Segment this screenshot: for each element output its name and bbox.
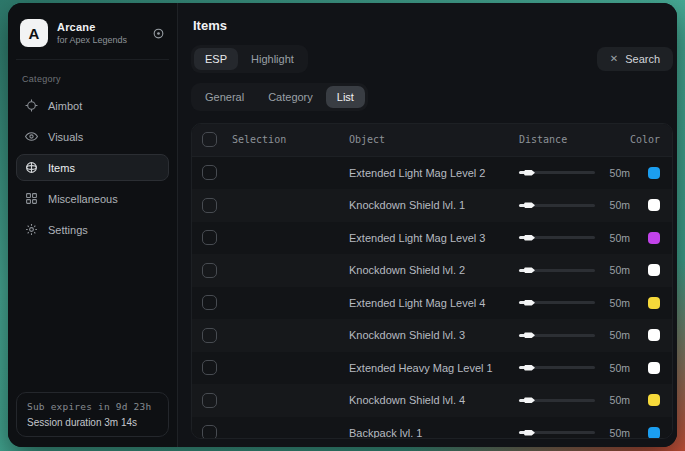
distance-value: 50m — [610, 427, 630, 439]
grid-icon — [25, 192, 38, 205]
tab-esp[interactable]: ESP — [194, 48, 238, 70]
sidebar-item-settings[interactable]: Settings — [16, 216, 169, 243]
column-object: Object — [349, 134, 519, 145]
distance-value: 50m — [610, 329, 630, 341]
sidebar-header: A Arcane for Apex Legends — [16, 13, 169, 60]
row-checkbox[interactable] — [202, 328, 217, 343]
color-swatch[interactable] — [648, 394, 660, 406]
sidebar-item-aimbot[interactable]: Aimbot — [16, 92, 169, 119]
main-panel: Items ESP Highlight ✕ Search General Cat… — [178, 3, 677, 447]
column-distance: Distance — [519, 134, 630, 145]
slider-thumb[interactable] — [524, 364, 535, 372]
slider-thumb[interactable] — [524, 201, 535, 209]
color-swatch[interactable] — [648, 427, 660, 439]
object-label: Backpack lvl. 1 — [349, 427, 519, 439]
column-selection: Selection — [222, 134, 349, 145]
table-row: Knockdown Shield lvl. 1 50m — [192, 189, 672, 222]
row-checkbox[interactable] — [202, 425, 217, 439]
search-button-label: Search — [625, 53, 660, 65]
row-checkbox[interactable] — [202, 198, 217, 213]
target-badge-icon[interactable] — [152, 27, 165, 40]
row-checkbox[interactable] — [202, 360, 217, 375]
distance-slider[interactable] — [519, 204, 595, 207]
row-checkbox[interactable] — [202, 295, 217, 310]
crosshair-icon — [25, 99, 38, 112]
distance-slider[interactable] — [519, 399, 595, 402]
distance-value: 50m — [610, 264, 630, 276]
distance-slider[interactable] — [519, 171, 595, 174]
row-checkbox[interactable] — [202, 165, 217, 180]
distance-value: 50m — [610, 199, 630, 211]
slider-thumb[interactable] — [524, 299, 535, 307]
sidebar-item-visuals[interactable]: Visuals — [16, 123, 169, 150]
sidebar: A Arcane for Apex Legends Category Aimbo… — [8, 3, 178, 447]
sidebar-nav: Aimbot Visuals Items — [16, 92, 169, 243]
app-subtitle: for Apex Legends — [57, 35, 143, 45]
slider-thumb[interactable] — [524, 234, 535, 242]
app-title: Arcane — [57, 21, 143, 33]
object-label: Extended Heavy Mag Level 1 — [349, 362, 519, 374]
sidebar-item-label: Items — [48, 162, 75, 174]
slider-thumb[interactable] — [524, 429, 535, 437]
slider-thumb[interactable] — [524, 169, 535, 177]
sidebar-item-items[interactable]: Items — [16, 154, 169, 181]
session-duration-text: Session duration 3m 14s — [27, 417, 158, 428]
sidebar-item-label: Visuals — [48, 131, 83, 143]
table-row: Extended Light Mag Level 3 50m — [192, 222, 672, 255]
distance-slider[interactable] — [519, 236, 595, 239]
distance-slider[interactable] — [519, 334, 595, 337]
table-row: Extended Heavy Mag Level 1 50m — [192, 352, 672, 385]
slider-thumb[interactable] — [524, 396, 535, 404]
globe-icon — [25, 161, 38, 174]
search-button[interactable]: ✕ Search — [597, 47, 673, 71]
distance-value: 50m — [610, 232, 630, 244]
color-swatch[interactable] — [648, 232, 660, 244]
x-icon: ✕ — [610, 54, 618, 64]
table-header: Selection Object Distance Color — [192, 124, 672, 157]
distance-value: 50m — [610, 297, 630, 309]
select-all-checkbox[interactable] — [202, 132, 217, 147]
subscription-status-box: Sub expires in 9d 23h Session duration 3… — [16, 392, 169, 437]
sidebar-item-miscellaneous[interactable]: Miscellaneous — [16, 185, 169, 212]
object-label: Knockdown Shield lvl. 3 — [349, 329, 519, 341]
tab-list[interactable]: List — [326, 86, 365, 108]
sidebar-item-label: Settings — [48, 224, 88, 236]
distance-slider[interactable] — [519, 301, 595, 304]
category-label: Category — [22, 74, 163, 84]
row-checkbox[interactable] — [202, 230, 217, 245]
color-swatch[interactable] — [648, 297, 660, 309]
distance-value: 50m — [610, 362, 630, 374]
slider-thumb[interactable] — [524, 331, 535, 339]
tab-category[interactable]: Category — [257, 86, 324, 108]
color-swatch[interactable] — [648, 199, 660, 211]
table-row: Knockdown Shield lvl. 4 50m — [192, 384, 672, 417]
tab-general[interactable]: General — [194, 86, 255, 108]
object-label: Knockdown Shield lvl. 1 — [349, 199, 519, 211]
toolbar: ESP Highlight ✕ Search — [191, 45, 673, 73]
distance-slider[interactable] — [519, 431, 595, 434]
distance-slider[interactable] — [519, 269, 595, 272]
color-swatch[interactable] — [648, 362, 660, 374]
sidebar-item-label: Miscellaneous — [48, 193, 118, 205]
color-swatch[interactable] — [648, 329, 660, 341]
distance-value: 50m — [610, 167, 630, 179]
gear-icon — [25, 223, 38, 236]
mode-tab-group: ESP Highlight — [191, 45, 308, 73]
color-swatch[interactable] — [648, 264, 660, 276]
row-checkbox[interactable] — [202, 393, 217, 408]
tab-highlight[interactable]: Highlight — [240, 48, 305, 70]
object-label: Knockdown Shield lvl. 2 — [349, 264, 519, 276]
distance-slider[interactable] — [519, 366, 595, 369]
table-row: Backpack lvl. 1 50m — [192, 417, 672, 440]
color-swatch[interactable] — [648, 167, 660, 179]
object-label: Extended Light Mag Level 4 — [349, 297, 519, 309]
view-tab-group: General Category List — [191, 83, 368, 111]
view-tabs-row: General Category List — [191, 83, 673, 111]
page-title: Items — [193, 18, 673, 33]
eye-icon — [25, 130, 38, 143]
table-row: Knockdown Shield lvl. 2 50m — [192, 254, 672, 287]
table-row: Extended Light Mag Level 2 50m — [192, 157, 672, 190]
slider-thumb[interactable] — [524, 266, 535, 274]
row-checkbox[interactable] — [202, 263, 217, 278]
object-label: Extended Light Mag Level 3 — [349, 232, 519, 244]
